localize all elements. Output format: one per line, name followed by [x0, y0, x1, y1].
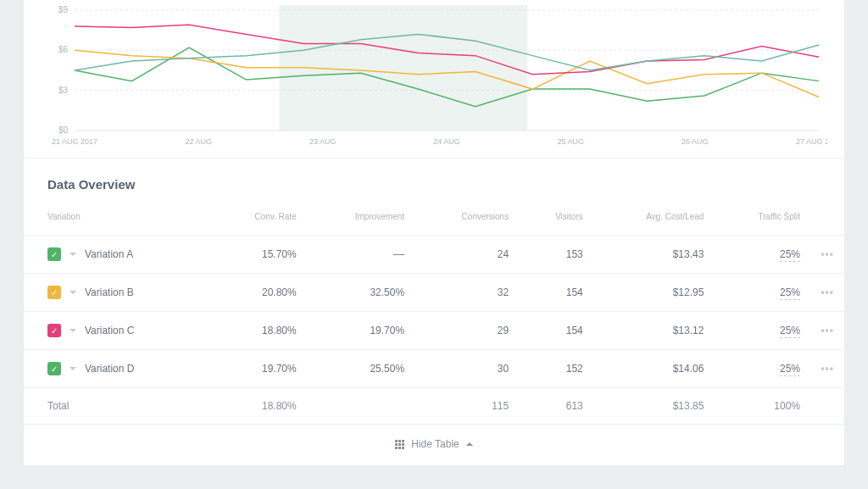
- conv-rate: 15.70%: [210, 236, 306, 274]
- avg-cost-lead: $13.43: [593, 236, 715, 274]
- visitors: 152: [519, 350, 593, 388]
- improvement: ––: [307, 236, 415, 274]
- overview-title: Data Overview: [47, 177, 821, 192]
- x-tick-label: 23 AUG: [309, 137, 337, 146]
- row-actions-button[interactable]: •••: [821, 286, 834, 298]
- improvement: 19.70%: [307, 312, 415, 350]
- hide-table-button[interactable]: Hide Table: [24, 425, 844, 465]
- row-actions-button[interactable]: •••: [821, 325, 834, 336]
- row-actions-button[interactable]: •••: [821, 248, 834, 260]
- improvement: [307, 388, 415, 425]
- avg-cost-lead: $14.06: [593, 350, 715, 388]
- x-tick-label: 26 AUG: [682, 137, 709, 146]
- visitors: 154: [519, 312, 593, 350]
- variation-name: Variation C: [85, 325, 134, 336]
- x-tick-label: 21 AUG 2017: [52, 137, 97, 146]
- variation-name: Variation B: [85, 286, 134, 298]
- variation-checkbox[interactable]: ✓: [47, 247, 61, 261]
- col-header: Conversions: [415, 200, 519, 236]
- conv-rate: 20.80%: [210, 274, 306, 312]
- chevron-down-icon[interactable]: [70, 253, 76, 256]
- overview-header: Data Overview: [24, 158, 844, 200]
- chart-area: $0$3$6$921 AUG 201722 AUG23 AUG24 AUG25 …: [24, 0, 844, 158]
- col-header: Variation: [24, 200, 210, 236]
- improvement: 25.50%: [307, 350, 415, 388]
- x-tick-label: 24 AUG: [433, 137, 460, 146]
- variation-checkbox[interactable]: ✓: [47, 286, 61, 299]
- col-header: Improvement: [307, 200, 415, 236]
- table-row: ✓ Variation A 15.70% –– 24 153 $13.43 25…: [24, 236, 844, 274]
- x-tick-label: 27 AUG 2017: [796, 137, 827, 146]
- y-tick-label: $3: [58, 86, 69, 95]
- traffic-split[interactable]: 25%: [714, 236, 810, 274]
- chevron-up-icon: [466, 442, 473, 446]
- col-header: Traffic Split: [714, 200, 810, 236]
- line-chart: $0$3$6$921 AUG 201722 AUG23 AUG24 AUG25 …: [41, 5, 827, 149]
- table-icon: [395, 440, 404, 449]
- traffic-split: 100%: [714, 388, 810, 425]
- y-tick-label: $9: [58, 5, 69, 14]
- variation-name: Variation A: [85, 248, 133, 260]
- col-header: Conv. Rate: [210, 200, 306, 236]
- conversions: 115: [415, 388, 519, 425]
- table-row: ✓ Variation C 18.80% 19.70% 29 154 $13.1…: [24, 312, 844, 350]
- traffic-split[interactable]: 25%: [714, 312, 810, 350]
- variation-checkbox[interactable]: ✓: [47, 324, 61, 337]
- y-tick-label: $0: [58, 125, 69, 135]
- conversions: 30: [415, 350, 519, 388]
- traffic-split[interactable]: 25%: [714, 350, 810, 388]
- y-tick-label: $6: [58, 45, 69, 54]
- conversions: 29: [415, 312, 519, 350]
- x-tick-label: 25 AUG: [558, 137, 585, 146]
- conversions: 32: [415, 274, 519, 312]
- visitors: 613: [519, 388, 593, 425]
- table-row: ✓ Variation D 19.70% 25.50% 30 152 $14.0…: [24, 350, 844, 388]
- visitors: 153: [519, 236, 593, 274]
- conversions: 24: [415, 236, 519, 274]
- avg-cost-lead: $13.12: [593, 312, 715, 350]
- chevron-down-icon[interactable]: [70, 367, 76, 370]
- avg-cost-lead: $13.85: [593, 388, 715, 425]
- variation-name: Variation D: [85, 363, 134, 375]
- visitors: 154: [519, 274, 593, 312]
- x-tick-label: 22 AUG: [186, 137, 213, 146]
- dashboard-card: $0$3$6$921 AUG 201722 AUG23 AUG24 AUG25 …: [24, 0, 844, 465]
- table-total-row: Total 18.80% 115 613 $13.85 100%: [24, 388, 844, 425]
- overview-table: VariationConv. RateImprovementConversion…: [24, 200, 844, 425]
- conv-rate: 18.80%: [210, 312, 306, 350]
- conv-rate: 19.70%: [210, 350, 306, 388]
- conv-rate: 18.80%: [210, 388, 306, 425]
- chevron-down-icon[interactable]: [70, 291, 76, 294]
- col-header: Visitors: [519, 200, 593, 236]
- variation-checkbox[interactable]: ✓: [47, 362, 61, 375]
- table-row: ✓ Variation B 20.80% 32.50% 32 154 $12.9…: [24, 274, 844, 312]
- improvement: 32.50%: [307, 274, 415, 312]
- col-header: Avg. Cost/Lead: [593, 200, 715, 236]
- row-actions-button[interactable]: •••: [821, 363, 834, 375]
- chevron-down-icon[interactable]: [70, 329, 76, 332]
- traffic-split[interactable]: 25%: [714, 274, 810, 312]
- total-label: Total: [24, 388, 210, 425]
- hide-table-label: Hide Table: [411, 438, 459, 450]
- avg-cost-lead: $12.95: [593, 274, 715, 312]
